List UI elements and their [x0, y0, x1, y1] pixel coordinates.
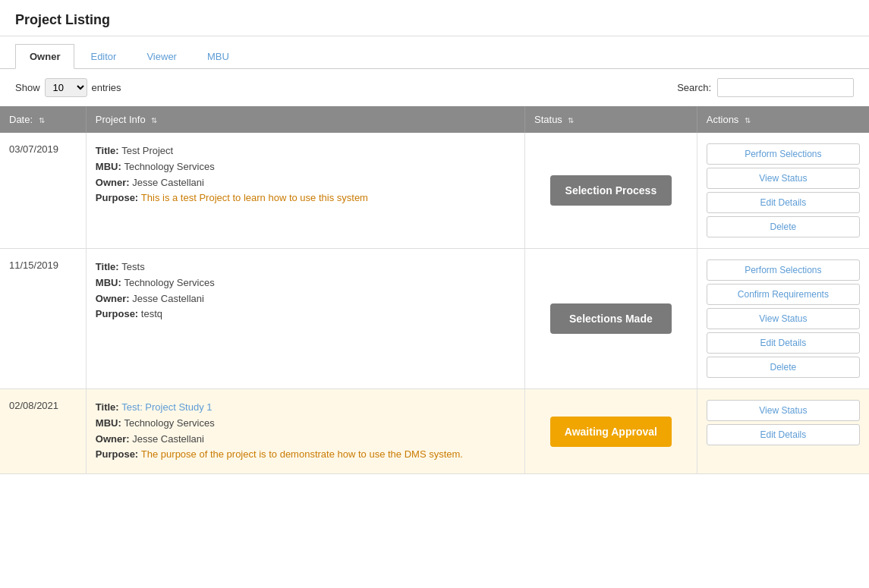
edit-details-button[interactable]: Edit Details	[707, 332, 860, 354]
title-value: Tests	[121, 261, 144, 272]
owner-label: Owner:	[96, 293, 132, 304]
col-header-date: Date: ⇅	[0, 106, 86, 133]
tab-owner[interactable]: Owner	[15, 44, 74, 69]
perform-selections-button[interactable]: Perform Selections	[707, 143, 860, 165]
page-header: Project Listing	[0, 0, 869, 36]
title-value: Test Project	[121, 145, 173, 156]
sort-icon-actions: ⇅	[745, 116, 751, 124]
actions-cell: View StatusEdit Details	[697, 389, 869, 474]
owner-label: Owner:	[96, 177, 132, 188]
entries-label: entries	[92, 82, 121, 93]
owner-value: Jesse Castellani	[132, 433, 204, 445]
sort-icon-info: ⇅	[151, 116, 157, 124]
date-cell: 11/15/2019	[0, 249, 86, 389]
title-label: Title:	[96, 145, 121, 156]
owner-value: Jesse Castellani	[132, 177, 204, 188]
table-row: 03/07/2019Title: Test ProjectMBU: Techno…	[0, 133, 869, 249]
status-cell: Selection Process	[525, 133, 697, 249]
actions-cell: Perform SelectionsView StatusEdit Detail…	[697, 133, 869, 249]
tab-mbu[interactable]: MBU	[193, 44, 244, 68]
project-info-cell: Title: Test: Project Study 1MBU: Technol…	[86, 389, 524, 474]
title-value: Test: Project Study 1	[121, 401, 212, 413]
mbu-label: MBU:	[96, 277, 124, 288]
mbu-value: Technology Services	[124, 161, 214, 172]
tabs-bar: Owner Editor Viewer MBU	[0, 36, 869, 69]
col-header-status: Status ⇅	[525, 106, 697, 133]
show-entries: Show 10 25 50 100 entries	[15, 78, 121, 97]
title-label: Title:	[96, 401, 121, 413]
delete-button[interactable]: Delete	[707, 357, 860, 378]
table-row: 02/08/2021Title: Test: Project Study 1MB…	[0, 389, 869, 474]
delete-button[interactable]: Delete	[707, 216, 860, 237]
mbu-label: MBU:	[96, 161, 124, 172]
status-badge: Selections Made	[550, 303, 672, 334]
owner-label: Owner:	[96, 433, 132, 445]
date-cell: 03/07/2019	[0, 133, 86, 249]
view-status-button[interactable]: View Status	[707, 168, 860, 189]
page-title: Project Listing	[15, 12, 854, 28]
sort-icon-date: ⇅	[39, 116, 45, 124]
entries-select[interactable]: 10 25 50 100	[45, 78, 87, 97]
purpose-value: testq	[141, 308, 162, 319]
project-info-cell: Title: Test ProjectMBU: Technology Servi…	[86, 133, 524, 249]
search-input[interactable]	[717, 78, 854, 97]
purpose-label: Purpose:	[96, 308, 141, 319]
search-section: Search:	[677, 78, 854, 97]
status-cell: Awaiting Approval	[525, 389, 697, 474]
mbu-label: MBU:	[96, 417, 124, 429]
owner-value: Jesse Castellani	[132, 293, 204, 304]
status-badge: Selection Process	[550, 175, 672, 206]
show-label: Show	[15, 82, 40, 93]
col-header-actions: Actions ⇅	[697, 106, 869, 133]
table-row: 11/15/2019Title: TestsMBU: Technology Se…	[0, 249, 869, 389]
actions-cell: Perform SelectionsConfirm RequirementsVi…	[697, 249, 869, 389]
mbu-value: Technology Services	[124, 417, 214, 429]
date-cell: 02/08/2021	[0, 389, 86, 474]
purpose-label: Purpose:	[96, 448, 141, 460]
status-cell: Selections Made	[525, 249, 697, 389]
status-badge: Awaiting Approval	[550, 417, 672, 447]
purpose-value: The purpose of the project is to demonst…	[141, 448, 463, 460]
view-status-button[interactable]: View Status	[707, 308, 860, 329]
col-header-project-info: Project Info ⇅	[86, 106, 524, 133]
edit-details-button[interactable]: Edit Details	[707, 192, 860, 213]
perform-selections-button[interactable]: Perform Selections	[707, 259, 860, 281]
confirm-requirements-button[interactable]: Confirm Requirements	[707, 284, 860, 305]
search-label: Search:	[677, 82, 711, 93]
mbu-value: Technology Services	[124, 277, 214, 288]
projects-table: Date: ⇅ Project Info ⇅ Status ⇅ Actions …	[0, 106, 869, 474]
title-label: Title:	[96, 261, 121, 272]
purpose-label: Purpose:	[96, 192, 141, 203]
purpose-value: This is a test Project to learn how to u…	[141, 192, 368, 203]
edit-details-button[interactable]: Edit Details	[707, 424, 860, 445]
table-controls: Show 10 25 50 100 entries Search:	[0, 69, 869, 106]
tab-editor[interactable]: Editor	[76, 44, 131, 68]
view-status-button[interactable]: View Status	[707, 400, 860, 421]
project-info-cell: Title: TestsMBU: Technology ServicesOwne…	[86, 249, 524, 389]
sort-icon-status: ⇅	[568, 116, 574, 124]
tab-viewer[interactable]: Viewer	[132, 44, 191, 68]
